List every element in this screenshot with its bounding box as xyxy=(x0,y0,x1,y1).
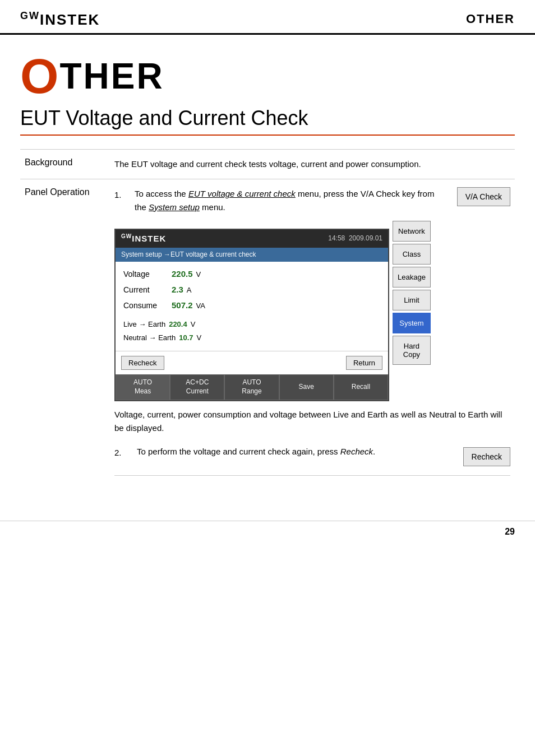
panel-operation-label: Panel Operation xyxy=(20,179,110,483)
logo: GWINSTEK xyxy=(20,10,100,29)
screen-logo-instek: INSTEK xyxy=(132,234,166,243)
step1-number: 1. xyxy=(114,187,126,202)
fn-recall-button[interactable]: Recall xyxy=(334,374,388,400)
page-number: 29 xyxy=(0,521,535,542)
page-content: O THER EUT Voltage and Current Check Bac… xyxy=(0,35,535,504)
current-unit: A xyxy=(187,285,192,296)
screen-logo: GWINSTEK xyxy=(121,232,166,245)
side-limit-button[interactable]: Limit xyxy=(393,290,431,310)
voltage-unit: V xyxy=(196,269,201,281)
info-table: Background The EUT voltage and current c… xyxy=(20,149,515,484)
neutral-value: 10.7 xyxy=(179,332,193,344)
step2-text: To perform the voltage and current check… xyxy=(137,445,452,458)
section-title: EUT Voltage and Current Check xyxy=(20,106,515,136)
step1-text: To access the EUT voltage & current chec… xyxy=(135,187,448,214)
side-class-button[interactable]: Class xyxy=(393,244,431,265)
consume-label: Consume xyxy=(123,299,168,312)
background-row: Background The EUT voltage and current c… xyxy=(20,149,515,179)
live-row: Live → Earth 220.4 V xyxy=(123,319,380,331)
fn-save-button[interactable]: Save xyxy=(279,374,334,400)
chapter-letter: O xyxy=(20,52,58,101)
instrument-screen-container: GWINSTEK 14:58 2009.09.01 System setup →… xyxy=(114,221,510,401)
screen-buttons: Recheck Return xyxy=(116,351,388,374)
neutral-row: Neutral → Earth 10.7 V xyxy=(123,332,380,344)
eut-voltage-link: EUT voltage & current check xyxy=(188,189,296,198)
side-buttons: Network Class Leakage Limit System Hard … xyxy=(393,221,431,401)
screen-date: 2009.09.01 xyxy=(349,234,382,242)
step2-number: 2. xyxy=(114,445,126,460)
consume-unit: VA xyxy=(196,300,205,312)
step2-recheck-italic: Recheck xyxy=(340,447,373,456)
fn-auto-range-button[interactable]: AUTO Range xyxy=(224,374,279,400)
va-check-button[interactable]: V/A Check xyxy=(457,187,510,206)
fn-buttons-row: AUTO Meas AC+DC Current AUTO Range Save … xyxy=(116,374,388,400)
live-label: Live → Earth xyxy=(123,319,165,331)
chapter-heading: O THER xyxy=(20,52,515,101)
step1-paragraph: To access the EUT voltage & current chec… xyxy=(135,187,448,214)
page-header: GWINSTEK OTHER xyxy=(0,0,535,35)
current-value: 2.3 xyxy=(172,283,183,296)
background-label: Background xyxy=(20,149,110,179)
step2-row: 2. To perform the voltage and current ch… xyxy=(114,445,510,466)
side-leakage-button[interactable]: Leakage xyxy=(393,267,431,287)
voltage-value: 220.5 xyxy=(172,267,193,281)
side-hard-copy-button[interactable]: Hard Copy xyxy=(393,336,431,365)
live-unit: V xyxy=(191,319,196,331)
screen-body: Voltage 220.5 V Current 2.3 A Consume xyxy=(116,262,388,351)
fn-ac-dc-current-button[interactable]: AC+DC Current xyxy=(170,374,224,400)
voltage-label: Voltage xyxy=(123,268,168,280)
panel-operation-row: Panel Operation 1. To access the EUT vol… xyxy=(20,179,515,483)
screen-return-button[interactable]: Return xyxy=(346,356,382,370)
header-title: OTHER xyxy=(466,12,515,26)
current-label: Current xyxy=(123,284,168,296)
panel-operation-content: 1. To access the EUT voltage & current c… xyxy=(110,179,515,483)
screen-datetime: 14:58 2009.09.01 xyxy=(328,233,382,244)
screen-header: GWINSTEK 14:58 2009.09.01 xyxy=(116,230,388,248)
step2-container: 2. To perform the voltage and current ch… xyxy=(114,445,510,476)
description-text: Voltage, current, power consumption and … xyxy=(114,408,510,435)
screen-breadcrumb: System setup →EUT voltage & current chec… xyxy=(116,248,388,262)
voltage-row: Voltage 220.5 V xyxy=(123,267,380,281)
neutral-label: Neutral → Earth xyxy=(123,332,176,344)
side-network-button[interactable]: Network xyxy=(393,221,431,242)
consume-row: Consume 507.2 VA xyxy=(123,299,380,312)
recheck-button[interactable]: Recheck xyxy=(463,447,510,466)
fn-auto-meas-button[interactable]: AUTO Meas xyxy=(116,374,170,400)
side-system-button[interactable]: System xyxy=(393,313,431,333)
instrument-screen: GWINSTEK 14:58 2009.09.01 System setup →… xyxy=(114,229,389,401)
consume-value: 507.2 xyxy=(172,299,193,312)
screen-logo-gw: GW xyxy=(121,233,132,239)
logo-instek: INSTEK xyxy=(40,11,100,28)
background-text: The EUT voltage and current check tests … xyxy=(110,149,515,179)
live-value: 220.4 xyxy=(169,319,187,331)
screen-recheck-button[interactable]: Recheck xyxy=(121,356,164,370)
screen-time: 14:58 xyxy=(328,234,345,242)
neutral-unit: V xyxy=(197,332,202,344)
current-row: Current 2.3 A xyxy=(123,283,380,296)
system-setup-link: System setup xyxy=(149,202,200,212)
logo-gw: GW xyxy=(20,10,40,21)
chapter-rest: THER xyxy=(59,55,164,97)
